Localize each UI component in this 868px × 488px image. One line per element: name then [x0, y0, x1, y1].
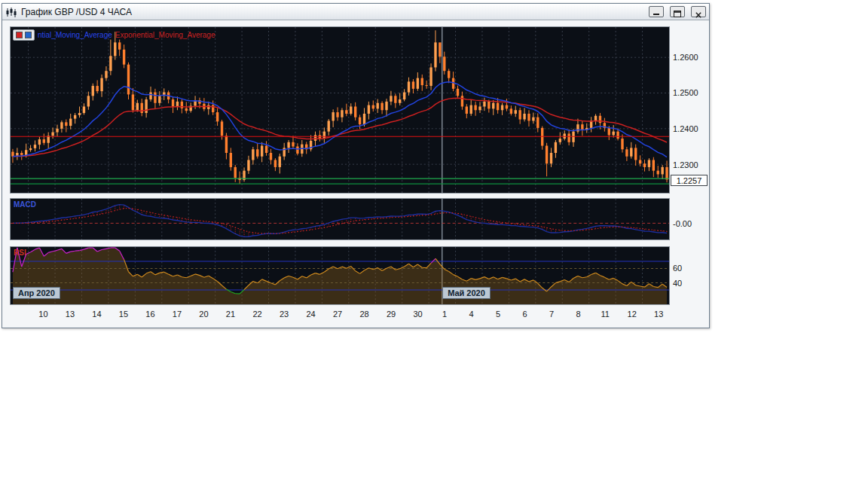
ema-slow-line — [13, 98, 667, 156]
x-tick-label: 16 — [140, 310, 160, 319]
restore-icon — [674, 8, 681, 15]
x-tick-label: 5 — [488, 310, 508, 319]
macd-panel[interactable]: MACD — [10, 198, 670, 240]
period-badge-may[interactable]: Май 2020 — [442, 287, 491, 299]
price-axis-label: 1.2400 — [673, 124, 698, 133]
chart-window[interactable]: График GBP /USD 4 ЧАСА — [2, 3, 710, 328]
rsi-axis-label: 40 — [673, 279, 682, 288]
x-tick-label: 27 — [328, 310, 347, 319]
x-tick-label: 4 — [462, 310, 481, 319]
x-tick-label: 23 — [274, 310, 294, 319]
rsi-panel[interactable]: RSI — [10, 246, 670, 305]
candlestick-chart-icon — [5, 7, 17, 17]
ema-red-swatch-icon[interactable] — [16, 32, 23, 38]
legend-ma-blue-label: ntial_Moving_Average — [38, 30, 112, 41]
x-tick-label: 11 — [595, 310, 615, 319]
x-tick-label: 13 — [649, 310, 668, 319]
rsi-label: RSI — [14, 249, 26, 257]
x-tick-label: 20 — [194, 310, 213, 319]
macd-histogram — [35, 205, 667, 237]
x-tick-label: 17 — [167, 310, 187, 319]
period-badge-april[interactable]: Апр 2020 — [13, 287, 60, 299]
x-tick-label: 22 — [248, 310, 267, 319]
x-tick-label: 13 — [60, 310, 80, 319]
rsi-axis-label: 60 — [673, 264, 682, 273]
x-tick-label: 14 — [87, 310, 106, 319]
price-axis-label: 1.2500 — [673, 88, 698, 97]
ema-blue-swatch-icon[interactable] — [25, 32, 32, 38]
minimize-icon — [653, 14, 659, 15]
x-tick-label: 1 — [435, 310, 454, 319]
x-tick-label: 28 — [355, 310, 374, 319]
price-axis-label: 1.2300 — [673, 160, 698, 169]
macd-label: MACD — [14, 200, 36, 209]
legend-chipbox — [13, 29, 35, 41]
macd-value-label: -0.00 — [673, 219, 692, 228]
minimize-button[interactable] — [649, 6, 664, 17]
x-tick-label: 21 — [221, 310, 240, 319]
price-panel[interactable]: ntial_Moving_Average Exponential_Moving_… — [10, 26, 670, 194]
legend: ntial_Moving_Average Exponential_Moving_… — [13, 29, 215, 41]
restore-button[interactable] — [670, 6, 685, 17]
day-gridlines — [29, 27, 643, 193]
title-bar[interactable]: График GBP /USD 4 ЧАСА — [2, 4, 709, 20]
legend-ma-red-label: Exponential_Moving_Average — [115, 30, 215, 41]
current-price-box: 1.2257 — [671, 175, 708, 186]
price-axis-label: 1.2600 — [673, 53, 698, 62]
close-button[interactable] — [691, 6, 706, 17]
x-tick-label: 24 — [301, 310, 321, 319]
x-tick-label: 30 — [408, 310, 428, 319]
price-gridlines — [11, 57, 669, 164]
x-tick-label: 8 — [569, 310, 588, 319]
x-tick-label: 10 — [33, 310, 53, 319]
chart-content: ntial_Moving_Average Exponential_Moving_… — [2, 20, 709, 328]
x-tick-label: 15 — [114, 310, 133, 319]
window-title: График GBP /USD 4 ЧАСА — [21, 7, 643, 17]
x-tick-label: 29 — [381, 310, 401, 319]
x-tick-label: 7 — [542, 310, 561, 319]
x-tick-label: 6 — [515, 310, 535, 319]
macd-signal-line — [13, 209, 667, 234]
x-tick-label: 12 — [622, 310, 642, 319]
candles — [11, 30, 668, 184]
close-icon — [695, 9, 701, 15]
rsi-fill — [13, 248, 667, 304]
